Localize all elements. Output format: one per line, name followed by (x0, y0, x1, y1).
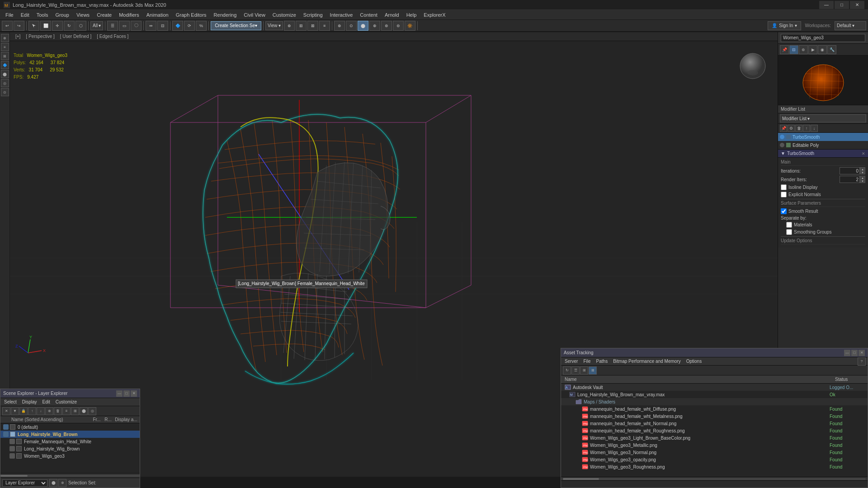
menu-item-content[interactable]: Content (356, 11, 381, 19)
se-menu-select[interactable]: Select (2, 399, 19, 404)
vp-perspective-button[interactable]: [ Perspective ] (24, 33, 56, 39)
mod-cfg-btn[interactable]: ⚙ (788, 125, 795, 132)
se-tb-add[interactable]: ⊕ (45, 407, 53, 415)
isoline-checkbox[interactable] (781, 184, 787, 190)
smooth-result-checkbox[interactable] (781, 208, 787, 214)
menu-item-file[interactable]: File (2, 11, 17, 19)
se-menu-edit[interactable]: Edit (41, 399, 52, 404)
tb-btn-5[interactable]: ⊕ (334, 21, 345, 31)
se-eye-default[interactable] (3, 424, 9, 430)
minimize-button[interactable]: — (819, 1, 834, 9)
se-footer-btn-2[interactable]: ⊕ (58, 479, 66, 487)
mod-pin-btn[interactable]: 📌 (780, 125, 787, 132)
view-dropdown[interactable]: View ▾ (265, 21, 283, 30)
se-menu-customize[interactable]: Customize (54, 399, 79, 404)
iterations-up[interactable]: ▲ (860, 168, 865, 171)
at-minimize-button[interactable]: — (844, 350, 850, 356)
at-menu-bitmap[interactable]: Bitmap Performance and Memory (611, 359, 683, 364)
titlebar-controls[interactable]: — □ ✕ (819, 1, 864, 9)
iterations-down[interactable]: ▼ (860, 171, 865, 174)
close-button[interactable]: ✕ (850, 1, 864, 9)
se-tb-sort[interactable]: ▼ (11, 407, 19, 415)
at-item-maps-folder[interactable]: Maps / Shaders (561, 398, 868, 405)
render-iters-down[interactable]: ▼ (860, 179, 865, 183)
align-button[interactable]: ⊟ (157, 21, 168, 31)
se-tb-3[interactable]: ⬤ (80, 407, 88, 415)
menu-item-arnold[interactable]: Arnold (381, 11, 403, 19)
vp-edged-faces-button[interactable]: [ Edged Faces ] (95, 33, 130, 39)
modifier-dropdown[interactable]: Modifier List ▾ (780, 114, 866, 122)
rp-pin-icon[interactable]: 📌 (780, 45, 789, 54)
rp-utilities-icon[interactable]: 🔧 (827, 45, 836, 54)
at-item-roughness[interactable]: PNG mannequin_head_female_wht_Roughness.… (561, 427, 868, 434)
se-item-default-layer[interactable]: 0 (default) (0, 423, 140, 431)
tb-btn-9[interactable]: ⊛ (381, 21, 392, 31)
menu-item-help[interactable]: Help (403, 11, 420, 19)
at-item-vault[interactable]: A Autodesk Vault Logged O... (561, 384, 868, 391)
menu-item-create[interactable]: Create (93, 11, 115, 19)
at-controls[interactable]: — □ ✕ (844, 350, 865, 356)
rollout-header-turbosmooth[interactable]: ▼ TurboSmooth ✕ (778, 150, 868, 158)
select-filter-dropdown[interactable]: All ▾ (90, 21, 103, 30)
ls-btn-5[interactable]: ⬤ (1, 70, 9, 78)
menu-item-edit[interactable]: Edit (17, 11, 33, 19)
se-tb-2[interactable]: ⊞ (71, 407, 79, 415)
at-tb-reload[interactable]: ↻ (563, 366, 571, 375)
se-eye-women-wigs[interactable] (9, 453, 15, 459)
at-tb-detail[interactable]: ⊠ (589, 366, 597, 375)
menu-item-rendering[interactable]: Rendering (210, 11, 241, 19)
rp-modify-icon[interactable]: ⊟ (789, 45, 798, 54)
at-item-basecolor[interactable]: PNG Women_Wigs_geo3_Light_Brown_BaseColo… (561, 434, 868, 441)
lasso-sel-button[interactable]: 〇 (131, 21, 142, 31)
render-iters-spinner[interactable]: ▲ ▼ (860, 176, 865, 183)
mirror-button[interactable]: ⇔ (146, 21, 156, 31)
menu-item-interactive[interactable]: Interactive (326, 11, 357, 19)
se-tb-lock[interactable]: 🔒 (19, 407, 28, 415)
mod-up-btn[interactable]: ↑ (803, 125, 810, 132)
create-selection-button[interactable]: Create Selection Se ▾ (211, 21, 261, 30)
ls-btn-4[interactable]: 🔷 (1, 61, 9, 69)
explicit-normals-checkbox[interactable] (781, 192, 787, 197)
se-eye-wig-layer[interactable] (3, 432, 9, 437)
at-tb-list[interactable]: ☰ (571, 366, 580, 375)
menu-item-customize[interactable]: Customize (269, 11, 300, 19)
rotate-button[interactable]: ↻ (64, 21, 75, 31)
mod-down-btn[interactable]: ↓ (811, 125, 818, 132)
se-tb-delete[interactable]: 🗑 (54, 407, 62, 415)
maximize-button[interactable]: □ (835, 1, 849, 9)
se-item-female-mannequin[interactable]: Female_Mannequin_Head_White (0, 438, 140, 445)
mod-eye-1[interactable] (780, 135, 784, 139)
se-item-women-wigs[interactable]: Women_Wigs_geo3 (0, 452, 140, 460)
modifier-editable-poly[interactable]: Editable Poly (778, 141, 868, 149)
se-item-wig-object[interactable]: Long_Hairstyle_Wig_Brown (0, 445, 140, 452)
at-item-diffuse[interactable]: PNG mannequin_head_female_wht_Diffuse.pn… (561, 405, 868, 413)
se-tb-1[interactable]: ≡ (62, 407, 71, 415)
tb-btn-10[interactable]: ⊜ (393, 21, 404, 31)
menu-item-graph-editors[interactable]: Graph Editors (172, 11, 210, 19)
select-object-button[interactable] (28, 21, 39, 31)
se-maximize-button[interactable]: □ (123, 390, 130, 397)
se-horizontal-scrollbar[interactable] (0, 473, 140, 478)
render-iters-input[interactable] (840, 176, 860, 183)
at-item-metallic[interactable]: PNG Women_Wigs_geo3_Metallic.png Found (561, 441, 868, 449)
se-minimize-button[interactable]: — (116, 390, 123, 397)
render-iters-up[interactable]: ▲ (860, 176, 865, 179)
mod-eye-2[interactable] (780, 143, 784, 147)
at-horizontal-scrollbar[interactable] (561, 477, 868, 480)
at-item-max-file[interactable]: M Long_Hairstyle_Wig_Brown_max_vray.max … (561, 391, 868, 398)
at-item-metalness[interactable]: PNG mannequin_head_female_wht_Metalness.… (561, 413, 868, 420)
select-by-name-button[interactable]: ☰ (107, 21, 118, 31)
se-tb-clear[interactable]: ✕ (2, 407, 10, 415)
tb-btn-4[interactable]: ≡ (319, 21, 330, 31)
ls-btn-2[interactable]: ≡ (1, 43, 9, 51)
mod-del-btn[interactable]: 🗑 (795, 125, 802, 132)
undo-button[interactable]: ↩ (2, 21, 13, 31)
iterations-spinner[interactable]: ▲ ▼ (860, 167, 865, 174)
vp-plus-button[interactable]: [+] (14, 33, 22, 39)
menu-item-explorerx[interactable]: ExplorerX (420, 11, 449, 19)
move-button[interactable]: ✛ (52, 21, 63, 31)
tb-btn-6[interactable]: ⊙ (346, 21, 357, 31)
rp-display-icon[interactable]: ◉ (818, 45, 827, 54)
signin-button[interactable]: 👤 Sign In ▾ (768, 21, 801, 30)
at-menu-file[interactable]: File (581, 359, 592, 364)
